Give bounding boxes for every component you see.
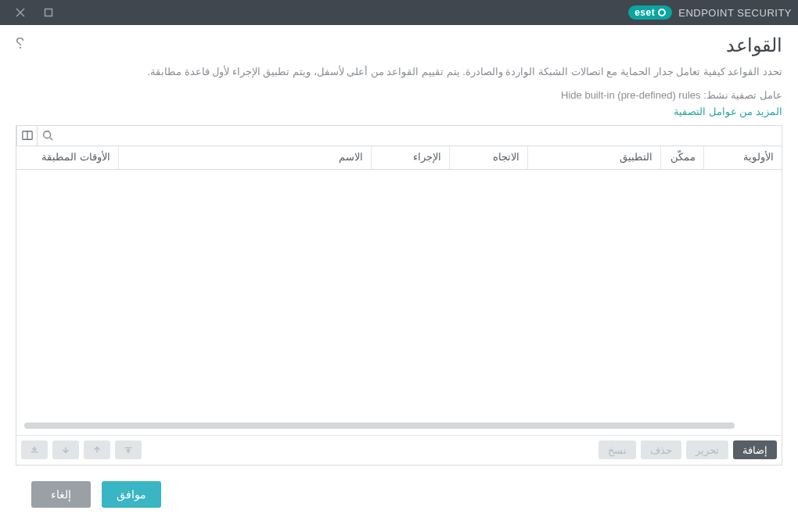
dialog-footer: موافق إلغاء — [16, 466, 782, 523]
col-enabled[interactable]: ممكّن — [660, 146, 703, 169]
brand-badge-text: eset — [634, 7, 655, 18]
filter-value: Hide built-in (pre-defined) rules — [561, 89, 700, 101]
window-controls — [6, 5, 56, 20]
close-icon[interactable] — [13, 5, 28, 20]
maximize-icon[interactable] — [41, 5, 56, 20]
horizontal-scrollbar[interactable] — [24, 422, 735, 429]
filter-label: عامل تصفية نشط: — [703, 89, 782, 101]
delete-button: حذف — [641, 440, 681, 459]
search-area[interactable] — [58, 126, 782, 146]
columns-icon[interactable] — [16, 126, 37, 146]
col-direction[interactable]: الاتجاه — [449, 146, 527, 169]
ok-button[interactable]: موافق — [102, 481, 161, 508]
svg-rect-2 — [45, 9, 52, 16]
page-description: تحدد القواعد كيفية تعامل جدار الحماية مع… — [16, 64, 782, 80]
add-button[interactable]: إضافة — [733, 440, 777, 459]
col-name[interactable]: الاسم — [118, 146, 371, 169]
col-action[interactable]: الإجراء — [371, 146, 449, 169]
table-body — [16, 170, 782, 435]
active-filter: عامل تصفية نشط: Hide built-in (pre-defin… — [16, 89, 782, 101]
branding: eset ENDPOINT SECURITY — [628, 5, 792, 20]
more-filters-link[interactable]: المزيد من عوامل التصفية — [16, 106, 782, 117]
move-bottom-icon — [21, 440, 48, 459]
help-icon[interactable]: ? — [16, 34, 24, 52]
table-header: الأولوية ممكّن التطبيق الاتجاه الإجراء ا… — [16, 146, 782, 170]
titlebar: eset ENDPOINT SECURITY — [0, 0, 798, 25]
panel-toolbar — [16, 126, 782, 146]
move-down-icon — [52, 440, 79, 459]
cancel-button[interactable]: إلغاء — [31, 481, 91, 508]
copy-button: نسخ — [598, 440, 636, 459]
rules-panel: الأولوية ممكّن التطبيق الاتجاه الإجراء ا… — [16, 125, 782, 466]
product-name: ENDPOINT SECURITY — [678, 7, 792, 19]
col-application[interactable]: التطبيق — [527, 146, 660, 169]
svg-line-6 — [50, 138, 53, 141]
page-title: القواعد — [726, 34, 782, 56]
edit-button: تحرير — [686, 440, 728, 459]
brand-badge: eset — [628, 5, 672, 20]
svg-point-5 — [44, 131, 51, 138]
col-priority[interactable]: الأولوية — [703, 146, 782, 169]
brand-dot-icon — [658, 9, 666, 16]
panel-footer: إضافة تحرير حذف نسخ — [16, 435, 782, 465]
move-top-icon — [115, 440, 142, 459]
col-applied-times[interactable]: الأوقات المطبقة — [16, 146, 118, 169]
move-up-icon — [84, 440, 110, 459]
search-icon[interactable] — [37, 126, 57, 146]
